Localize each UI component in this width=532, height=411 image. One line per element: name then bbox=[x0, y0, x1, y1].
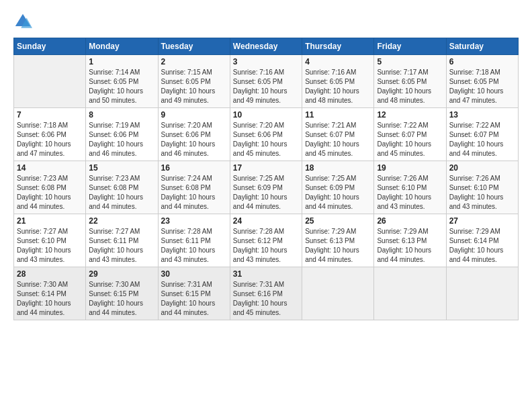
calendar-cell: 25Sunrise: 7:29 AM Sunset: 6:13 PM Dayli… bbox=[302, 214, 374, 267]
calendar-cell: 19Sunrise: 7:26 AM Sunset: 6:10 PM Dayli… bbox=[374, 161, 446, 214]
week-row-3: 21Sunrise: 7:27 AM Sunset: 6:10 PM Dayli… bbox=[14, 214, 519, 267]
calendar-cell: 21Sunrise: 7:27 AM Sunset: 6:10 PM Dayli… bbox=[14, 214, 86, 267]
day-number: 30 bbox=[161, 269, 227, 279]
day-info: Sunrise: 7:15 AM Sunset: 6:05 PM Dayligh… bbox=[161, 68, 227, 105]
day-info: Sunrise: 7:29 AM Sunset: 6:13 PM Dayligh… bbox=[305, 227, 371, 265]
day-info: Sunrise: 7:16 AM Sunset: 6:05 PM Dayligh… bbox=[305, 68, 371, 105]
day-info: Sunrise: 7:18 AM Sunset: 6:06 PM Dayligh… bbox=[17, 121, 83, 158]
header-cell-thursday: Thursday bbox=[302, 38, 374, 55]
calendar-cell: 5Sunrise: 7:17 AM Sunset: 6:05 PM Daylig… bbox=[374, 55, 446, 108]
header-cell-friday: Friday bbox=[374, 38, 446, 55]
day-info: Sunrise: 7:28 AM Sunset: 6:12 PM Dayligh… bbox=[233, 227, 299, 265]
calendar-cell: 12Sunrise: 7:22 AM Sunset: 6:07 PM Dayli… bbox=[374, 108, 446, 161]
calendar-cell: 3Sunrise: 7:16 AM Sunset: 6:05 PM Daylig… bbox=[230, 55, 302, 108]
week-row-4: 28Sunrise: 7:30 AM Sunset: 6:14 PM Dayli… bbox=[14, 267, 519, 320]
calendar-cell: 14Sunrise: 7:23 AM Sunset: 6:08 PM Dayli… bbox=[14, 161, 86, 214]
day-number: 12 bbox=[377, 110, 443, 120]
calendar-cell: 15Sunrise: 7:23 AM Sunset: 6:08 PM Dayli… bbox=[86, 161, 158, 214]
header-row: SundayMondayTuesdayWednesdayThursdayFrid… bbox=[14, 38, 519, 55]
day-info: Sunrise: 7:19 AM Sunset: 6:06 PM Dayligh… bbox=[89, 121, 154, 158]
day-number: 9 bbox=[161, 110, 227, 120]
day-number: 10 bbox=[233, 110, 299, 120]
calendar-cell: 30Sunrise: 7:31 AM Sunset: 6:15 PM Dayli… bbox=[158, 267, 230, 320]
day-number: 5 bbox=[377, 57, 443, 66]
day-info: Sunrise: 7:26 AM Sunset: 6:10 PM Dayligh… bbox=[377, 174, 443, 212]
day-number: 17 bbox=[233, 163, 299, 173]
calendar-cell bbox=[302, 267, 374, 320]
calendar-cell: 4Sunrise: 7:16 AM Sunset: 6:05 PM Daylig… bbox=[302, 55, 374, 108]
day-number: 1 bbox=[89, 57, 154, 66]
day-number: 6 bbox=[449, 57, 515, 66]
day-info: Sunrise: 7:23 AM Sunset: 6:08 PM Dayligh… bbox=[89, 174, 154, 212]
calendar-cell: 29Sunrise: 7:30 AM Sunset: 6:15 PM Dayli… bbox=[86, 267, 158, 320]
calendar-cell bbox=[446, 267, 518, 320]
day-number: 11 bbox=[305, 110, 371, 120]
day-number: 28 bbox=[17, 269, 83, 279]
calendar-cell: 7Sunrise: 7:18 AM Sunset: 6:06 PM Daylig… bbox=[14, 108, 86, 161]
week-row-2: 14Sunrise: 7:23 AM Sunset: 6:08 PM Dayli… bbox=[14, 161, 519, 214]
day-info: Sunrise: 7:20 AM Sunset: 6:06 PM Dayligh… bbox=[233, 121, 299, 158]
calendar-cell: 26Sunrise: 7:29 AM Sunset: 6:13 PM Dayli… bbox=[374, 214, 446, 267]
day-info: Sunrise: 7:27 AM Sunset: 6:11 PM Dayligh… bbox=[89, 227, 154, 265]
day-number: 27 bbox=[449, 216, 515, 226]
week-row-1: 7Sunrise: 7:18 AM Sunset: 6:06 PM Daylig… bbox=[14, 108, 519, 161]
day-number: 19 bbox=[377, 163, 443, 173]
calendar-cell: 16Sunrise: 7:24 AM Sunset: 6:08 PM Dayli… bbox=[158, 161, 230, 214]
calendar-cell: 22Sunrise: 7:27 AM Sunset: 6:11 PM Dayli… bbox=[86, 214, 158, 267]
day-info: Sunrise: 7:23 AM Sunset: 6:08 PM Dayligh… bbox=[17, 174, 83, 212]
header-cell-monday: Monday bbox=[86, 38, 158, 55]
calendar-cell: 2Sunrise: 7:15 AM Sunset: 6:05 PM Daylig… bbox=[158, 55, 230, 108]
calendar-header: SundayMondayTuesdayWednesdayThursdayFrid… bbox=[14, 38, 519, 55]
header-cell-tuesday: Tuesday bbox=[158, 38, 230, 55]
day-number: 24 bbox=[233, 216, 299, 226]
day-info: Sunrise: 7:31 AM Sunset: 6:15 PM Dayligh… bbox=[161, 280, 227, 318]
day-info: Sunrise: 7:29 AM Sunset: 6:13 PM Dayligh… bbox=[377, 227, 443, 265]
day-number: 7 bbox=[17, 110, 83, 120]
day-number: 15 bbox=[89, 163, 154, 173]
calendar-cell: 27Sunrise: 7:29 AM Sunset: 6:14 PM Dayli… bbox=[446, 214, 518, 267]
day-info: Sunrise: 7:30 AM Sunset: 6:15 PM Dayligh… bbox=[89, 280, 154, 318]
calendar-cell: 13Sunrise: 7:22 AM Sunset: 6:07 PM Dayli… bbox=[446, 108, 518, 161]
day-info: Sunrise: 7:16 AM Sunset: 6:05 PM Dayligh… bbox=[233, 68, 299, 105]
day-info: Sunrise: 7:25 AM Sunset: 6:09 PM Dayligh… bbox=[305, 174, 371, 212]
day-number: 13 bbox=[449, 110, 515, 120]
calendar-body: 1Sunrise: 7:14 AM Sunset: 6:05 PM Daylig… bbox=[14, 55, 519, 320]
day-info: Sunrise: 7:24 AM Sunset: 6:08 PM Dayligh… bbox=[161, 174, 227, 212]
day-info: Sunrise: 7:27 AM Sunset: 6:10 PM Dayligh… bbox=[17, 227, 83, 265]
header-cell-sunday: Sunday bbox=[14, 38, 86, 55]
day-info: Sunrise: 7:22 AM Sunset: 6:07 PM Dayligh… bbox=[377, 121, 443, 158]
day-info: Sunrise: 7:25 AM Sunset: 6:09 PM Dayligh… bbox=[233, 174, 299, 212]
logo bbox=[13, 12, 35, 31]
day-number: 31 bbox=[233, 269, 299, 279]
day-number: 22 bbox=[89, 216, 154, 226]
header bbox=[13, 12, 519, 31]
week-row-0: 1Sunrise: 7:14 AM Sunset: 6:05 PM Daylig… bbox=[14, 55, 519, 108]
day-number: 8 bbox=[89, 110, 154, 120]
day-info: Sunrise: 7:30 AM Sunset: 6:14 PM Dayligh… bbox=[17, 280, 83, 318]
day-info: Sunrise: 7:21 AM Sunset: 6:07 PM Dayligh… bbox=[305, 121, 371, 158]
calendar-table: SundayMondayTuesdayWednesdayThursdayFrid… bbox=[13, 38, 519, 320]
calendar-cell: 17Sunrise: 7:25 AM Sunset: 6:09 PM Dayli… bbox=[230, 161, 302, 214]
day-info: Sunrise: 7:31 AM Sunset: 6:16 PM Dayligh… bbox=[233, 280, 299, 318]
page: SundayMondayTuesdayWednesdayThursdayFrid… bbox=[0, 0, 532, 411]
day-number: 3 bbox=[233, 57, 299, 66]
day-number: 26 bbox=[377, 216, 443, 226]
calendar-cell: 10Sunrise: 7:20 AM Sunset: 6:06 PM Dayli… bbox=[230, 108, 302, 161]
day-number: 4 bbox=[305, 57, 371, 66]
day-number: 29 bbox=[89, 269, 154, 279]
day-info: Sunrise: 7:18 AM Sunset: 6:05 PM Dayligh… bbox=[449, 68, 515, 105]
calendar-cell: 1Sunrise: 7:14 AM Sunset: 6:05 PM Daylig… bbox=[86, 55, 158, 108]
day-number: 21 bbox=[17, 216, 83, 226]
header-cell-saturday: Saturday bbox=[446, 38, 518, 55]
calendar-cell: 8Sunrise: 7:19 AM Sunset: 6:06 PM Daylig… bbox=[86, 108, 158, 161]
calendar-cell: 31Sunrise: 7:31 AM Sunset: 6:16 PM Dayli… bbox=[230, 267, 302, 320]
calendar-cell: 6Sunrise: 7:18 AM Sunset: 6:05 PM Daylig… bbox=[446, 55, 518, 108]
day-info: Sunrise: 7:22 AM Sunset: 6:07 PM Dayligh… bbox=[449, 121, 515, 158]
calendar-cell: 20Sunrise: 7:26 AM Sunset: 6:10 PM Dayli… bbox=[446, 161, 518, 214]
day-number: 16 bbox=[161, 163, 227, 173]
day-number: 14 bbox=[17, 163, 83, 173]
day-info: Sunrise: 7:20 AM Sunset: 6:06 PM Dayligh… bbox=[161, 121, 227, 158]
header-cell-wednesday: Wednesday bbox=[230, 38, 302, 55]
calendar-cell bbox=[14, 55, 86, 108]
day-info: Sunrise: 7:29 AM Sunset: 6:14 PM Dayligh… bbox=[449, 227, 515, 265]
